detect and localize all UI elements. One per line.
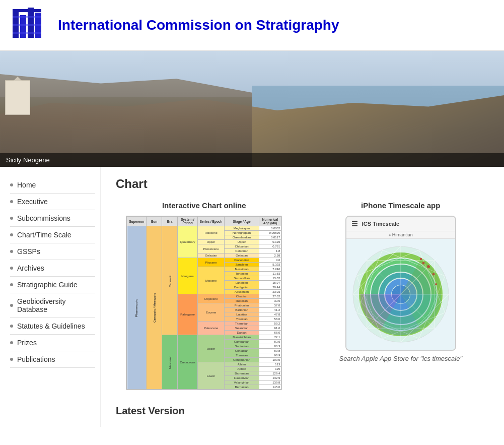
sidebar-label-geobiodiversity: Geobiodiversity Database — [17, 297, 95, 313]
page-title: Chart — [116, 177, 489, 191]
sidebar-label-gssps: GSSPs — [17, 247, 40, 256]
latest-version-title: Latest Version — [116, 405, 489, 417]
svg-rect-7 — [13, 32, 41, 34]
iphone-app-mockup: ☰ ICS Timescale ● Hirnantian — [345, 216, 456, 351]
sidebar-item-geobiodiversity[interactable]: Geobiodiversity Database — [10, 293, 95, 318]
ics-logo-icon — [10, 5, 50, 45]
strat-header-epoch: Series / Epoch — [197, 217, 224, 226]
strat-header-eon: Eon — [147, 217, 162, 226]
sidebar-bullet — [10, 358, 13, 361]
strat-header-period: System / Period — [178, 217, 198, 226]
hero-landscape — [0, 51, 504, 167]
app-search-text: Search Apple App Store for "ics timescal… — [313, 355, 489, 362]
sidebar-label-archives: Archives — [17, 264, 44, 272]
main-layout: Home Executive Subcommissions Chart/Time… — [0, 167, 504, 427]
sidebar-label-publications: Publications — [17, 355, 55, 363]
sidebar-item-home[interactable]: Home — [10, 177, 95, 194]
sidebar-item-gssps[interactable]: GSSPs — [10, 243, 95, 260]
svg-rect-1 — [20, 15, 26, 38]
sidebar-bullet — [10, 233, 13, 236]
charts-section: Interactive Chart online Supereon Eon Er… — [116, 201, 489, 390]
iphone-app-panel: iPhone Timescale app ☰ ICS Timescale ● H… — [313, 201, 489, 390]
latest-version-section: Latest Version — [116, 405, 489, 417]
sidebar-bullet — [10, 341, 13, 344]
sidebar: Home Executive Subcommissions Chart/Time… — [0, 167, 101, 427]
interactive-chart-title: Interactive Chart online — [116, 201, 293, 210]
sidebar-bullet — [10, 304, 13, 307]
sidebar-label-statutes: Statutes & Guidelines — [17, 322, 85, 330]
sidebar-label-stratigraphic-guide: Stratigraphic Guide — [17, 281, 78, 289]
timescale-wheel-svg — [350, 244, 451, 345]
sidebar-item-prizes[interactable]: Prizes — [10, 335, 95, 351]
hero-image: Sicily Neogene — [0, 51, 504, 167]
interactive-chart-panel: Interactive Chart online Supereon Eon Er… — [116, 201, 293, 390]
sidebar-item-statutes[interactable]: Statutes & Guidelines — [10, 318, 95, 335]
sidebar-item-publications[interactable]: Publications — [10, 351, 95, 368]
sidebar-bullet — [10, 283, 13, 286]
content-area: Chart Interactive Chart online Supereon … — [101, 167, 504, 427]
sidebar-label-prizes: Prizes — [17, 339, 37, 347]
sidebar-label-chart-time-scale: Chart/Time Scale — [17, 231, 71, 239]
svg-rect-4 — [13, 9, 41, 12]
sidebar-bullet — [10, 250, 13, 253]
strat-header-supereon: Supereon — [127, 217, 147, 226]
sidebar-item-archives[interactable]: Archives — [10, 260, 95, 277]
sidebar-label-executive: Executive — [17, 198, 48, 206]
strat-header-era: Era — [162, 217, 178, 226]
sidebar-bullet — [10, 217, 13, 220]
sidebar-item-executive[interactable]: Executive — [10, 194, 95, 210]
sidebar-label-subcommissions: Subcommissions — [17, 214, 70, 222]
iphone-subtitle-text: Hirnantian — [392, 232, 413, 237]
sidebar-item-stratigraphic-guide[interactable]: Stratigraphic Guide — [10, 277, 95, 293]
sidebar-label-home: Home — [17, 181, 36, 189]
hero-caption: Sicily Neogene — [0, 153, 504, 167]
sidebar-bullet — [10, 267, 13, 270]
iphone-app-subtitle: ● Hirnantian — [346, 231, 455, 239]
strat-header-age: Numerical Age (Ma) — [259, 217, 281, 226]
svg-rect-6 — [13, 24, 41, 26]
strat-table: Supereon Eon Era System / Period Series … — [126, 216, 281, 390]
site-header: International Commission on Stratigraphy — [0, 0, 504, 51]
site-title: International Commission on Stratigraphy — [58, 17, 339, 33]
sidebar-bullet — [10, 200, 13, 203]
timescale-wheel — [346, 239, 455, 350]
hero-building — [5, 80, 30, 115]
sidebar-bullet — [10, 183, 13, 186]
logo-area: International Commission on Stratigraphy — [10, 5, 339, 45]
sidebar-item-subcommissions[interactable]: Subcommissions — [10, 210, 95, 227]
strat-header-stage: Stage / Age — [225, 217, 259, 226]
iphone-app-title: iPhone Timescale app — [313, 201, 489, 210]
iphone-app-header: ☰ ICS Timescale — [346, 217, 455, 231]
hamburger-icon: ☰ — [351, 220, 358, 228]
strat-chart-container[interactable]: Supereon Eon Era System / Period Series … — [126, 216, 282, 390]
iphone-app-name: ICS Timescale — [362, 221, 399, 227]
svg-rect-5 — [13, 16, 41, 18]
sidebar-bullet — [10, 325, 13, 328]
sidebar-item-chart-time-scale[interactable]: Chart/Time Scale — [10, 227, 95, 243]
